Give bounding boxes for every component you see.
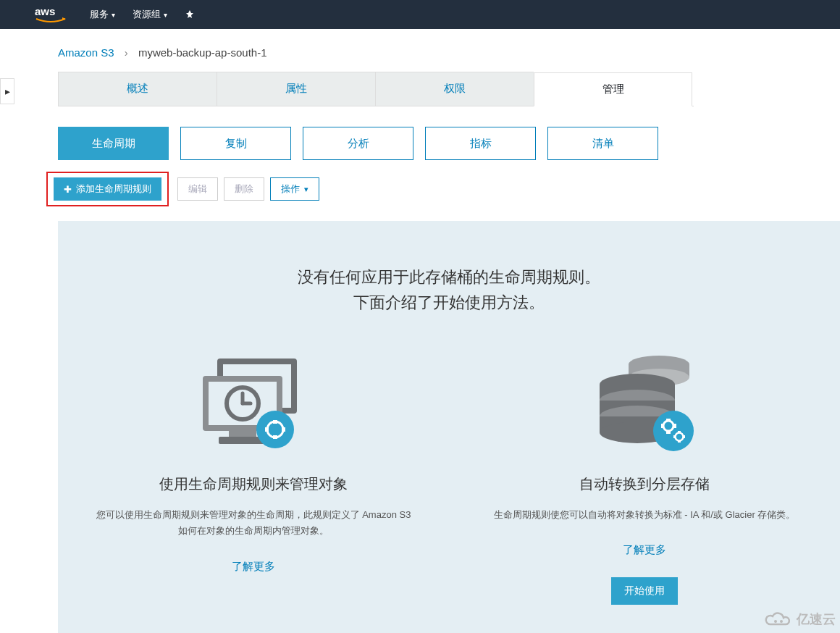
subtab-replication[interactable]: 复制	[180, 127, 291, 160]
svg-rect-13	[273, 435, 277, 439]
svg-rect-30	[661, 424, 664, 428]
add-rule-label: 添加生命周期规则	[76, 183, 151, 196]
subtab-analytics[interactable]: 分析	[303, 127, 413, 160]
tab-properties[interactable]: 属性	[217, 72, 375, 106]
card2-learn-more-link[interactable]: 了解更多	[623, 543, 666, 557]
svg-rect-12	[273, 420, 277, 424]
operations-dropdown[interactable]: 操作 ▾	[270, 177, 319, 201]
tab-overview[interactable]: 概述	[58, 72, 217, 106]
svg-point-26	[653, 411, 694, 451]
svg-rect-15	[282, 427, 285, 432]
breadcrumb-current: myweb-backup-ap-south-1	[138, 46, 267, 59]
card2-title: 自动转换到分层存储	[478, 474, 811, 494]
svg-point-37	[774, 620, 777, 623]
svg-rect-36	[683, 435, 685, 438]
nav-resource-groups[interactable]: 资源组 ▾	[133, 8, 167, 21]
card1-desc: 您可以使用生命周期规则来管理对象的生命周期，此规则定义了 Amazon S3 如…	[87, 507, 420, 539]
card-tiered-storage: 自动转换到分层存储 生命周期规则使您可以自动将对象转换为标准 - IA 和/或 …	[478, 351, 811, 605]
main-tabs: 概述 属性 权限 管理	[58, 72, 694, 106]
card1-title: 使用生命周期规则来管理对象	[87, 474, 420, 494]
top-nav: aws 服务 ▾ 资源组 ▾	[0, 0, 840, 29]
empty-heading-line2: 下面介绍了开始使用方法。	[87, 290, 811, 315]
chevron-down-icon: ▾	[112, 11, 115, 19]
nav-resource-groups-label: 资源组	[133, 8, 161, 21]
card1-learn-more-link[interactable]: 了解更多	[232, 560, 275, 574]
operations-label: 操作	[281, 183, 300, 196]
chevron-down-icon: ▾	[304, 185, 308, 194]
card-manage-objects: 使用生命周期规则来管理对象 您可以使用生命周期规则来管理对象的生命周期，此规则定…	[87, 351, 420, 605]
breadcrumb: Amazon S3 › myweb-backup-ap-south-1	[0, 29, 840, 72]
empty-state-cards: 使用生命周期规则来管理对象 您可以使用生命周期规则来管理对象的生命周期，此规则定…	[87, 351, 811, 605]
watermark: 亿速云	[763, 610, 836, 629]
delete-button: 删除	[224, 177, 264, 201]
management-subtabs: 生命周期 复制 分析 指标 清单	[58, 127, 840, 160]
svg-rect-28	[666, 419, 671, 422]
svg-rect-35	[673, 435, 676, 438]
pin-icon[interactable]	[185, 9, 195, 20]
breadcrumb-separator: ›	[125, 46, 128, 59]
actions-row: ✚ 添加生命周期规则 编辑 删除 操作 ▾	[46, 172, 840, 206]
subtab-lifecycle[interactable]: 生命周期	[58, 127, 169, 160]
svg-rect-29	[666, 431, 671, 434]
cloud-icon	[763, 610, 792, 629]
chevron-down-icon: ▾	[164, 11, 167, 19]
svg-point-10	[256, 411, 294, 448]
plus-icon: ✚	[64, 184, 72, 195]
svg-rect-31	[673, 424, 676, 428]
svg-point-38	[780, 620, 783, 623]
nav-services-label: 服务	[90, 8, 109, 21]
monitor-clock-icon	[87, 351, 420, 460]
svg-rect-14	[265, 427, 269, 432]
card2-desc: 生命周期规则使您可以自动将对象转换为标准 - IA 和/或 Glacier 存储…	[478, 507, 811, 523]
expand-handle[interactable]: ▸	[0, 78, 14, 104]
aws-logo[interactable]: aws	[35, 5, 67, 24]
highlight-annotation: ✚ 添加生命周期规则	[46, 172, 169, 206]
svg-text:aws: aws	[35, 5, 55, 17]
nav-services[interactable]: 服务 ▾	[90, 8, 115, 21]
tab-management[interactable]: 管理	[534, 72, 692, 106]
breadcrumb-root-link[interactable]: Amazon S3	[58, 46, 114, 59]
edit-button: 编辑	[177, 177, 218, 201]
start-button[interactable]: 开始使用	[611, 577, 678, 605]
svg-rect-33	[678, 431, 681, 433]
database-gear-icon	[478, 351, 811, 460]
svg-rect-8	[229, 431, 256, 437]
watermark-text: 亿速云	[797, 611, 836, 628]
svg-rect-34	[678, 440, 681, 443]
subtab-metrics[interactable]: 指标	[425, 127, 536, 160]
add-lifecycle-rule-button[interactable]: ✚ 添加生命周期规则	[54, 177, 161, 201]
tab-permissions[interactable]: 权限	[375, 72, 534, 106]
subtab-inventory[interactable]: 清单	[547, 127, 658, 160]
chevron-right-icon: ▸	[5, 85, 10, 97]
lifecycle-empty-panel: 没有任何应用于此存储桶的生命周期规则。 下面介绍了开始使用方法。	[58, 221, 840, 633]
empty-state-heading: 没有任何应用于此存储桶的生命周期规则。 下面介绍了开始使用方法。	[87, 264, 811, 315]
empty-heading-line1: 没有任何应用于此存储桶的生命周期规则。	[87, 264, 811, 290]
